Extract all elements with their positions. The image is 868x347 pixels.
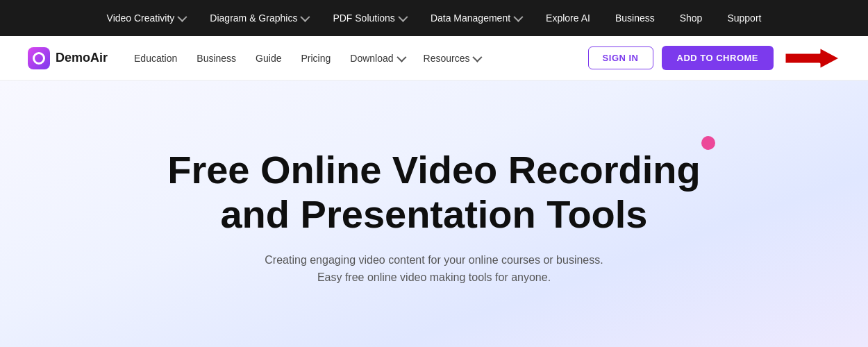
- decorative-dot: [701, 136, 715, 150]
- add-to-chrome-button[interactable]: ADD TO CHROME: [662, 46, 774, 70]
- svg-marker-0: [785, 47, 840, 69]
- top-navigation: Video Creativity Diagram & Graphics PDF …: [0, 0, 868, 36]
- top-nav-label: Support: [727, 12, 761, 24]
- hero-subtitle-line1: Creating engaging video content for your…: [265, 254, 603, 266]
- sec-nav-label: Education: [134, 53, 177, 64]
- sec-nav-label: Business: [197, 53, 236, 64]
- sec-nav-pricing[interactable]: Pricing: [291, 36, 340, 81]
- hero-subtitle: Creating engaging video content for your…: [265, 251, 603, 287]
- sec-nav-download[interactable]: Download: [340, 36, 413, 81]
- secondary-navigation: DemoAir Education Business Guide Pricing…: [0, 36, 868, 81]
- sec-nav-label: Guide: [256, 53, 281, 64]
- sec-nav-education[interactable]: Education: [124, 36, 187, 81]
- top-nav-support[interactable]: Support: [715, 0, 774, 36]
- logo[interactable]: DemoAir: [28, 47, 108, 69]
- sec-nav-label: Pricing: [301, 53, 331, 64]
- hero-section: Free Online Video Recordingand Presentat…: [0, 81, 868, 347]
- chevron-down-icon: [178, 12, 187, 22]
- arrow-icon: [785, 44, 840, 72]
- sec-nav-guide[interactable]: Guide: [246, 36, 291, 81]
- top-nav-business[interactable]: Business: [603, 0, 667, 36]
- top-nav-pdf-solutions[interactable]: PDF Solutions: [320, 0, 417, 36]
- chevron-down-icon: [397, 52, 406, 62]
- top-nav-label: Video Creativity: [107, 12, 175, 24]
- chevron-down-icon: [473, 52, 483, 62]
- logo-icon-circle: [33, 52, 45, 65]
- chevron-down-icon: [513, 12, 523, 22]
- top-nav-diagram-graphics[interactable]: Diagram & Graphics: [197, 0, 320, 36]
- chevron-down-icon: [301, 12, 310, 22]
- hero-title: Free Online Video Recordingand Presentat…: [167, 148, 701, 237]
- top-nav-label: Business: [615, 12, 655, 24]
- sec-nav-label: Download: [350, 53, 393, 64]
- sec-nav-resources[interactable]: Resources: [414, 36, 490, 81]
- top-nav-label: Diagram & Graphics: [210, 12, 297, 24]
- top-nav-data-management[interactable]: Data Management: [418, 0, 533, 36]
- arrow-indicator: [785, 44, 840, 72]
- sign-in-button[interactable]: SIGN IN: [588, 46, 653, 69]
- top-nav-explore-ai[interactable]: Explore AI: [533, 0, 603, 36]
- chevron-down-icon: [398, 12, 408, 22]
- top-nav-label: Shop: [680, 12, 703, 24]
- hero-subtitle-line2: Easy free online video making tools for …: [317, 271, 551, 283]
- top-nav-label: Explore AI: [546, 12, 590, 24]
- sec-nav-label: Resources: [424, 53, 470, 64]
- top-nav-video-creativity[interactable]: Video Creativity: [94, 0, 198, 36]
- logo-text: DemoAir: [56, 51, 108, 65]
- logo-icon: [28, 47, 50, 69]
- top-nav-shop[interactable]: Shop: [667, 0, 715, 36]
- top-nav-label: PDF Solutions: [333, 12, 394, 24]
- top-nav-label: Data Management: [431, 12, 510, 24]
- sec-nav-business[interactable]: Business: [187, 36, 246, 81]
